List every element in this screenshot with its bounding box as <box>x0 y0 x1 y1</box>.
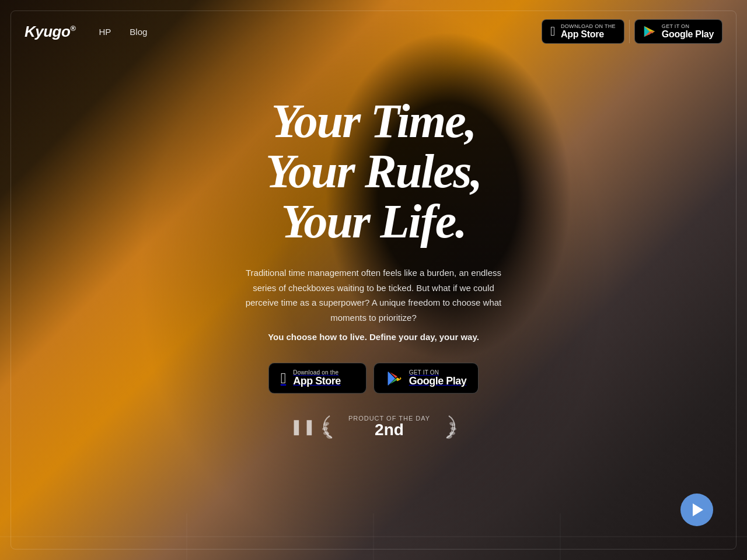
hero-googleplay-button[interactable]: GET IT ON Google Play <box>374 363 479 394</box>
laurel-right-svg <box>436 412 457 440</box>
hero-heading: Your Time, Your Rules, Your Life. <box>198 96 549 247</box>
laurel-left-svg <box>322 412 343 440</box>
nav-store-buttons:  Download on the App Store <box>542 19 722 44</box>
hero-appstore-text: Download on the App Store <box>293 369 341 387</box>
nav-appstore-button[interactable]:  Download on the App Store <box>542 19 624 44</box>
page-wrapper: Kyugo® HP Blog  Download on the App Sto… <box>0 0 747 560</box>
apple-icon-hero:  <box>281 369 287 387</box>
nav-link-blog[interactable]: Blog <box>130 27 147 37</box>
nav-links: HP Blog <box>99 27 541 37</box>
hero-googleplay-text: GET IT ON Google Play <box>409 369 467 387</box>
svg-point-5 <box>322 426 328 431</box>
nav-googleplay-button[interactable]: GET IT ON Google Play <box>634 19 722 44</box>
play-video-button[interactable] <box>680 494 713 526</box>
brand-logo[interactable]: Kyugo® <box>25 23 75 41</box>
googleplay-text: GET IT ON Google Play <box>662 23 714 40</box>
google-play-icon <box>643 25 656 38</box>
badge-text: Product of the day 2nd <box>348 415 430 438</box>
hero-appstore-button[interactable]:  Download on the App Store <box>268 363 366 394</box>
bottom-decoration <box>0 513 747 560</box>
hero-content: Your Time, Your Rules, Your Life. Tradit… <box>198 96 549 440</box>
laurel-left: ❚❚ <box>290 418 316 436</box>
google-play-icon-hero <box>386 370 402 387</box>
hero-body-text: Traditional time management often feels … <box>239 265 508 325</box>
svg-point-9 <box>451 426 457 431</box>
hero-tagline: You choose how to live. Define your day,… <box>198 332 549 342</box>
store-button-divider <box>629 20 630 43</box>
navbar: Kyugo® HP Blog  Download on the App Sto… <box>11 10 736 52</box>
apple-icon:  <box>550 24 555 39</box>
product-of-day-badge: ❚❚ Product of the day 2nd <box>198 412 549 440</box>
nav-link-hp[interactable]: HP <box>99 27 111 37</box>
hero-store-buttons:  Download on the App Store GET IT ON Go… <box>198 363 549 394</box>
appstore-text: Download on the App Store <box>561 23 616 40</box>
